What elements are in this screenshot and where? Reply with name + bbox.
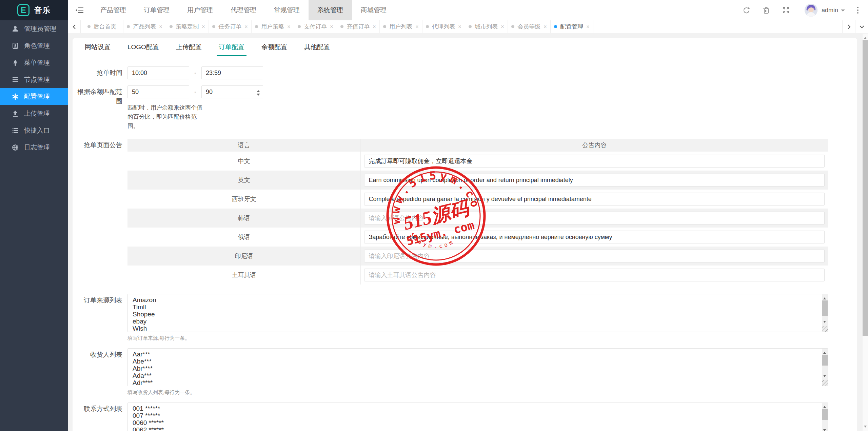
notice-input-ko[interactable] <box>364 212 825 224</box>
tab-logo-config[interactable]: LOGO配置 <box>127 38 159 56</box>
grab-time-to-input[interactable] <box>201 66 263 79</box>
close-icon[interactable] <box>244 24 248 30</box>
refresh-icon[interactable] <box>737 0 756 20</box>
resize-grip[interactable] <box>822 326 828 332</box>
tabs-scroll-right-icon[interactable] <box>842 20 855 33</box>
notice-input-tr[interactable] <box>364 269 825 281</box>
username-label[interactable]: admin <box>822 7 838 14</box>
notice-input-es[interactable] <box>364 193 825 205</box>
sidebar-item-config-manage[interactable]: 配置管理 <box>0 88 68 105</box>
receiver-list-help-text: 填写收货人列表,每行为一条。 <box>127 389 828 396</box>
tab-balance-config[interactable]: 余额配置 <box>261 38 287 56</box>
balance-range-max-input[interactable] <box>201 85 263 98</box>
tab-label: 后台首页 <box>94 23 117 31</box>
nav-item-general[interactable]: 常规管理 <box>265 0 309 20</box>
more-menu-icon[interactable] <box>854 7 862 14</box>
close-icon[interactable] <box>458 24 461 30</box>
close-icon[interactable] <box>373 24 376 30</box>
scroll-down-icon[interactable] <box>823 375 826 378</box>
close-icon[interactable] <box>330 24 333 30</box>
tab-dot-icon <box>212 25 215 28</box>
scroll-down-icon[interactable] <box>823 429 826 431</box>
sidebar-item-admin-manage[interactable]: 管理员管理 <box>0 20 68 37</box>
avatar[interactable] <box>805 4 817 17</box>
textarea-scrollbar[interactable] <box>822 294 828 326</box>
notice-input-en[interactable] <box>364 174 825 187</box>
sidebar-item-role-manage[interactable]: 角色管理 <box>0 37 68 54</box>
tab-task-orders[interactable]: 任务订单 <box>209 20 252 33</box>
sidebar-item-shortcut[interactable]: 快捷入口 <box>0 122 68 139</box>
tab-agent-list[interactable]: 代理列表 <box>422 20 465 33</box>
receiver-list-textarea[interactable]: Aar*** Abe*** Abr**** Ada*** Adr**** <box>127 348 828 386</box>
tab-user-list[interactable]: 用户列表 <box>380 20 422 33</box>
fullscreen-icon[interactable] <box>776 0 796 20</box>
close-icon[interactable] <box>202 24 205 30</box>
scrollbar-thumb[interactable] <box>863 40 868 336</box>
nav-item-agents[interactable]: 代理管理 <box>222 0 265 20</box>
tab-other-config[interactable]: 其他配置 <box>304 38 330 56</box>
table-row: 中文 <box>127 152 828 171</box>
tab-home[interactable]: 后台首页 <box>81 20 123 33</box>
table-row: 韩语 <box>127 209 828 228</box>
nav-item-products[interactable]: 产品管理 <box>92 0 135 20</box>
textarea-scrollbar[interactable] <box>822 349 828 380</box>
scroll-down-icon[interactable] <box>823 321 826 324</box>
scroll-up-icon[interactable] <box>823 405 826 408</box>
contact-list-textarea[interactable]: 001 ****** 007 ****** 0060 ****** 0062 *… <box>127 403 828 431</box>
tab-member-level[interactable]: 会员等级 <box>508 20 551 33</box>
contact-list-text: 001 ****** 007 ****** 0060 ****** 0062 *… <box>128 403 822 431</box>
sidebar-item-log-manage[interactable]: 日志管理 <box>0 139 68 156</box>
nav-item-users[interactable]: 用户管理 <box>178 0 222 20</box>
sidebar-item-upload-manage[interactable]: 上传管理 <box>0 105 68 122</box>
balance-range-min-input[interactable] <box>127 85 189 98</box>
sidebar-item-label: 管理员管理 <box>24 24 56 33</box>
grab-time-from-input[interactable] <box>127 66 189 79</box>
scroll-down-icon[interactable] <box>864 426 867 429</box>
tab-site-settings[interactable]: 网站设置 <box>85 38 111 56</box>
notice-input-id[interactable] <box>364 250 825 262</box>
textarea-scrollbar[interactable] <box>822 403 828 431</box>
tab-strategy-custom[interactable]: 策略定制 <box>166 20 209 33</box>
sidebar-item-menu-manage[interactable]: 菜单管理 <box>0 54 68 71</box>
tab-order-config[interactable]: 订单配置 <box>219 38 244 56</box>
sidebar-fold-icon[interactable] <box>68 0 92 20</box>
scrollbar-thumb[interactable] <box>822 300 828 316</box>
notice-input-ru[interactable] <box>364 231 825 243</box>
tab-city-list[interactable]: 城市列表 <box>465 20 508 33</box>
tab-label: 充值订单 <box>347 23 370 31</box>
scroll-up-icon[interactable] <box>823 350 826 354</box>
resize-grip[interactable] <box>822 380 828 386</box>
close-icon[interactable] <box>586 24 589 30</box>
receiver-list-label: 收货人列表 <box>77 348 122 396</box>
scrollbar-thumb[interactable] <box>822 409 828 420</box>
close-icon[interactable] <box>415 24 418 30</box>
tab-upload-config[interactable]: 上传配置 <box>176 38 202 56</box>
scroll-up-icon[interactable] <box>823 296 826 299</box>
tab-label: 产品列表 <box>133 23 156 31</box>
tab-product-list[interactable]: 产品列表 <box>123 20 166 33</box>
close-icon[interactable] <box>287 24 290 30</box>
clear-cache-icon[interactable] <box>756 0 776 20</box>
nav-item-orders[interactable]: 订单管理 <box>135 0 178 20</box>
notice-input-zh[interactable] <box>364 155 825 168</box>
tab-user-strategy[interactable]: 用户策略 <box>252 20 294 33</box>
order-source-label: 订单来源列表 <box>77 294 122 341</box>
tabs-menu-icon[interactable] <box>855 20 868 33</box>
tab-recharge-orders[interactable]: 充值订单 <box>337 20 380 33</box>
tab-pay-orders[interactable]: 支付订单 <box>294 20 337 33</box>
sidebar-item-node-manage[interactable]: 节点管理 <box>0 71 68 88</box>
close-icon[interactable] <box>544 24 547 30</box>
close-icon[interactable] <box>159 24 162 30</box>
nav-item-mall[interactable]: 商城管理 <box>352 0 395 20</box>
scrollbar-thumb[interactable] <box>822 355 828 366</box>
scroll-up-icon[interactable] <box>864 36 867 39</box>
chevron-down-icon[interactable] <box>841 9 845 14</box>
table-row: 英文 <box>127 171 828 190</box>
close-icon[interactable] <box>501 24 504 30</box>
tab-config-manage[interactable]: 配置管理 <box>551 20 593 33</box>
order-source-textarea[interactable]: Amazon Timll Shopee ebay Wish <box>127 294 828 332</box>
page-scrollbar[interactable] <box>863 34 868 431</box>
tabs-scroll-left-icon[interactable] <box>68 20 81 33</box>
nav-item-system[interactable]: 系统管理 <box>309 0 352 20</box>
number-spinner[interactable] <box>257 89 260 97</box>
